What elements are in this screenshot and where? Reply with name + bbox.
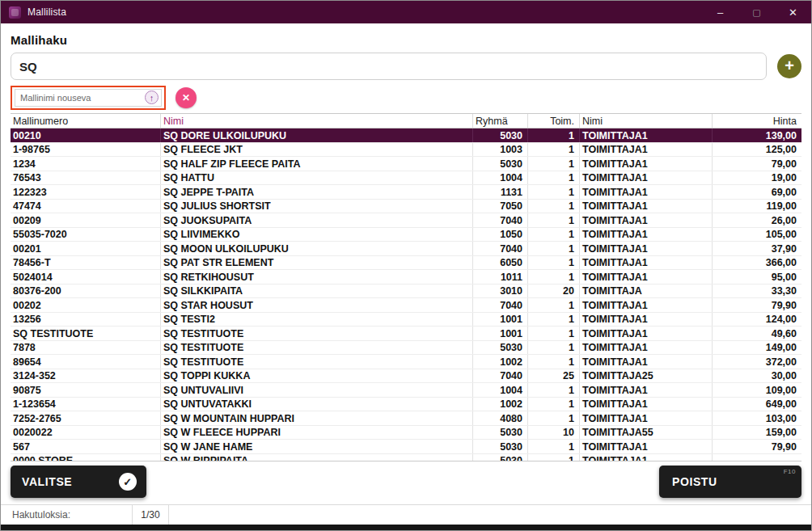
table-cell: 4080 (473, 411, 528, 425)
table-cell: TOIMITTAJA1 (580, 383, 713, 397)
table-row[interactable]: 7878SQ TESTITUOTE50301TOIMITTAJA1149,00 (11, 341, 801, 356)
table-cell: TOIMITTAJA1 (580, 355, 713, 369)
table-row[interactable]: 47474SQ JULIUS SHORTSIT70501TOIMITTAJA11… (11, 200, 801, 214)
table-cell: 10 (528, 426, 580, 440)
footer-buttons: VALITSE ✓ POISTU F10 (11, 466, 801, 498)
table-cell: SQ TESTITUOTE (161, 327, 473, 340)
minimize-button[interactable]: – (702, 1, 738, 23)
column-header-nimi[interactable]: Nimi (161, 114, 473, 128)
table-cell: 7040 (473, 298, 528, 312)
table-cell: TOIMITTAJA1 (580, 228, 713, 242)
table-cell: TOIMITTAJA1 (580, 327, 713, 340)
table-cell: TOIMITTAJA1 (580, 143, 713, 157)
table-row[interactable]: SQ TESTITUOTESQ TESTITUOTE10011TOIMITTAJ… (11, 327, 801, 341)
sort-dropdown[interactable]: Mallinimi nouseva ↑ (15, 89, 162, 107)
table-row[interactable]: 7252-2765SQ W MOUNTAIN HUPPARI40801TOIMI… (11, 411, 801, 426)
table-cell: TOIMITTAJA (580, 284, 713, 298)
table-cell: 1 (528, 256, 580, 270)
table-cell: 13256 (11, 313, 161, 327)
table-cell: 7050 (473, 200, 528, 213)
close-icon: ✕ (182, 92, 190, 103)
table-row[interactable]: 0020022SQ W FLEECE HUPPARI503010TOIMITTA… (11, 426, 801, 440)
table-cell: 1 (528, 129, 580, 142)
table-cell: 00201 (11, 242, 161, 255)
clear-sort-button[interactable]: ✕ (176, 87, 197, 108)
table-row[interactable]: 00210SQ DORE ULKOILUPUKU50301TOIMITTAJA1… (11, 129, 801, 143)
table-cell: 1 (528, 242, 580, 255)
table-row[interactable]: 55035-7020SQ LIIVIMEKKO10501TOIMITTAJA11… (11, 228, 801, 242)
table-row[interactable]: 1234SQ HALF ZIP FLEECE PAITA50301TOIMITT… (11, 157, 801, 171)
table-cell: 33,30 (713, 284, 801, 298)
table-cell: SQ W MOUNTAIN HUPPARI (161, 411, 473, 425)
table-cell: 7040 (473, 242, 528, 255)
table-cell: 7040 (473, 213, 528, 227)
table-row[interactable]: 89654SQ TESTITUOTE10021TOIMITTAJA1372,00 (11, 355, 801, 369)
window-controls: – ▢ ✕ (702, 1, 811, 23)
table-row[interactable]: 80376-200SQ SILKKIPAITA301020TOIMITTAJA3… (11, 284, 801, 299)
column-header-mallinumero[interactable]: Mallinumero (11, 114, 161, 128)
column-header-ryhma[interactable]: Ryhmä (473, 114, 528, 128)
table-cell: 105,00 (713, 228, 801, 242)
select-button[interactable]: VALITSE ✓ (11, 466, 146, 498)
table-row[interactable]: 78456-TSQ PAT STR ELEMENT60501TOIMITTAJA… (11, 256, 801, 271)
table-cell: 1 (528, 454, 580, 462)
table-cell: 124,00 (713, 313, 801, 327)
table-cell: 1002 (473, 398, 528, 411)
table-cell: 79,00 (713, 157, 801, 171)
table-cell: 49,60 (713, 327, 801, 340)
table-cell: TOIMITTAJA1 (580, 398, 713, 411)
table-cell: 1 (528, 313, 580, 327)
table-row[interactable]: 1-98765SQ FLEECE JKT10031TOIMITTAJA1125,… (11, 143, 801, 158)
table-cell: 00209 (11, 213, 161, 227)
results-count-label: Hakutuloksia: (11, 509, 132, 520)
table-cell: TOIMITTAJA1 (580, 411, 713, 425)
sort-ascending-icon[interactable]: ↑ (145, 91, 159, 104)
page-title: Mallihaku (11, 33, 801, 48)
exit-button[interactable]: POISTU F10 (659, 466, 801, 498)
table-cell: 79,90 (713, 440, 801, 453)
table-cell: 1 (528, 440, 580, 453)
table-cell: 6050 (473, 256, 528, 270)
table-cell: 1001 (473, 327, 528, 340)
maximize-button[interactable]: ▢ (738, 1, 775, 23)
table-row[interactable]: 00209SQ JUOKSUPAITA70401TOIMITTAJA126,00 (11, 213, 801, 228)
table-cell: SQ UNTUVALIIVI (161, 383, 473, 397)
table-row[interactable]: 5024014SQ RETKIHOUSUT10111TOIMITTAJA195,… (11, 270, 801, 284)
table-cell: 76543 (11, 171, 161, 185)
search-input[interactable] (11, 53, 767, 80)
table-row[interactable]: 0000 STORESQ W RIPPIPAITA50301TOIMITTAJA… (11, 454, 801, 462)
column-header-toim[interactable]: Toim. (528, 114, 580, 128)
table-cell: 1 (528, 213, 580, 227)
table-cell: 1234 (11, 157, 161, 171)
close-button[interactable]: ✕ (775, 1, 811, 23)
table-row[interactable]: 1-123654SQ UNTUVATAKKI10021TOIMITTAJA164… (11, 398, 801, 412)
table-cell: TOIMITTAJA1 (580, 256, 713, 270)
column-header-toimittaja-nimi[interactable]: Nimi (580, 114, 713, 128)
table-row[interactable]: 00201SQ MOON ULKOILUPUKU70401TOIMITTAJA1… (11, 242, 801, 256)
table-row[interactable]: 76543SQ HATTU10041TOIMITTAJA119,00 (11, 171, 801, 186)
add-button[interactable]: + (777, 54, 801, 78)
table-row[interactable]: 122323SQ JEPPE T-PAITA11311TOIMITTAJA169… (11, 185, 801, 200)
table-cell: TOIMITTAJA1 (580, 341, 713, 355)
table-cell: 95,00 (713, 270, 801, 284)
table-row[interactable]: 3124-352SQ TOPPI KUKKA704025TOIMITTAJA25… (11, 369, 801, 384)
table-cell: SQ JEPPE T-PAITA (161, 185, 473, 199)
table-row[interactable]: 00202SQ STAR HOUSUT70401TOIMITTAJA179,90 (11, 298, 801, 313)
table-cell: 649,00 (713, 398, 801, 411)
table-row[interactable]: 13256SQ TESTI210011TOIMITTAJA1124,00 (11, 313, 801, 327)
sort-highlight-annotation: Mallinimi nouseva ↑ (11, 86, 166, 110)
table-cell: 5030 (473, 440, 528, 453)
table-row[interactable]: 90875SQ UNTUVALIIVI10041TOIMITTAJA1109,0… (11, 383, 801, 398)
content-area: Mallihaku + Mallinimi nouseva ↑ ✕ Mallin… (1, 23, 811, 525)
table-cell: 80376-200 (11, 284, 161, 298)
table-cell: 1-123654 (11, 398, 161, 411)
table-row[interactable]: 567SQ W JANE HAME50301TOIMITTAJA179,90 (11, 440, 801, 454)
table-cell: 103,00 (713, 411, 801, 425)
table-cell (713, 454, 801, 462)
table-cell: 1011 (473, 270, 528, 284)
table-cell: 1-98765 (11, 143, 161, 157)
table-cell: 1131 (473, 185, 528, 199)
table-cell: 5030 (473, 129, 528, 142)
table-cell: 1 (528, 228, 580, 242)
column-header-hinta[interactable]: Hinta (713, 114, 801, 128)
